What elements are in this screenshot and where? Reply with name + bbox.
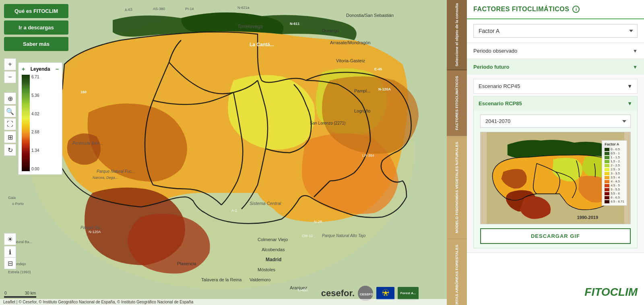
content-panel: FACTORES FITOCLIMÁTICOS i Factor A Facto… (467, 0, 644, 305)
svg-text:Gaia: Gaia (8, 196, 16, 200)
legend-item: 3.5 - 4 (605, 176, 624, 179)
svg-text:N-621a: N-621a (237, 6, 250, 10)
svg-text:Logroño: Logroño (354, 108, 370, 113)
sun-button[interactable]: ☀ (4, 233, 16, 245)
svg-text:Valdemoro: Valdemoro (250, 277, 270, 282)
learn-more-button[interactable]: Saber más (4, 37, 68, 51)
download-gif-button[interactable]: DESCARGAR GIF (480, 228, 631, 244)
legend-item: 1 - 1.5 (605, 156, 624, 159)
svg-text:Sistema Central: Sistema Central (250, 201, 281, 206)
legend-labels: 6.71 5.36 4.02 2.68 1.34 0.00 (31, 75, 39, 171)
svg-text:CESEFOR: CESEFOR (360, 293, 373, 296)
sidebar-tab-fisionomias[interactable]: MODELO FISIONOMÍAS VEGETALES NATURALES (447, 136, 467, 239)
svg-text:LR-384: LR-384 (362, 154, 374, 158)
zoom-in-button[interactable]: + (4, 58, 16, 70)
sidebar-tab-fisionomias-label: MODELO FISIONOMÍAS VEGETALES NATURALES (454, 142, 459, 233)
preview-legend: Factor A 0 - 0.5 0.5 - 1 (602, 140, 627, 206)
legend-item: 0.5 - 1 (605, 151, 624, 155)
svg-text:Madrid: Madrid (266, 257, 281, 262)
svg-text:San Lorenzo (2271): San Lorenzo (2271) (310, 121, 345, 125)
svg-text:N-2R: N-2R (314, 220, 323, 224)
svg-text:A-1: A-1 (231, 209, 237, 213)
right-panel: Seleccione el objeto de la consulta FACT… (447, 0, 644, 305)
svg-text:N-120A: N-120A (378, 87, 391, 91)
svg-text:N-400: N-400 (298, 288, 308, 292)
map-tools: ⊕ 🔍 ⛶ ⊞ ↻ (4, 92, 16, 156)
rcp45-section: Escenario RCP45 ▼ (473, 79, 638, 94)
periodo-futuro-label: Periodo futuro (473, 64, 510, 70)
rcp85-section: Escenario RCP85 ▼ 2041-2070 2011-2040 20… (473, 96, 638, 248)
svg-text:Arrasate/Mondragón: Arrasate/Mondragón (330, 40, 370, 45)
eu-flag-logo: ★ ★★★ ★ ★ (376, 287, 394, 300)
periodo-futuro-arrow: ▼ (633, 64, 638, 70)
preview-map: Factor A 0 - 0.5 0.5 - 1 (480, 132, 631, 224)
locate-button[interactable]: ⊕ (4, 92, 16, 104)
map-container[interactable]: Donostia/San Sebastián Durango Arrasate/… (0, 0, 447, 305)
fullscreen-button[interactable]: ⛶ (4, 118, 16, 130)
legend-gradient-bar (22, 75, 30, 171)
info-map-button[interactable]: ℹ (4, 246, 16, 258)
sidebar-tab-factores[interactable]: FACTORES FITOCLIMÁTICOS (447, 70, 467, 136)
legend-item: 4.5 - 5 (605, 184, 624, 187)
legend-item: 0 - 0.5 (605, 147, 624, 151)
fitoclim-brand: FITOCLIM (584, 286, 638, 298)
svg-text:Parque Natural Alto Tajo: Parque Natural Alto Tajo (322, 233, 366, 238)
go-to-downloads-button[interactable]: Ir a descargas (4, 20, 68, 35)
svg-text:Parque Na...: Parque Na... (80, 225, 103, 230)
fitoclim-footer: FITOCLIM (467, 279, 644, 305)
svg-text:N-120A: N-120A (89, 230, 101, 234)
refresh-button[interactable]: ↻ (4, 144, 16, 156)
svg-text:A-63: A-63 (124, 7, 132, 12)
legend-item: 5.5 - 6 (605, 192, 624, 195)
what-is-fitoclim-button[interactable]: Qué es FITOCLIM (4, 4, 68, 18)
map-attribution: Leaflet | © Cesefor, © Instituto Geográf… (0, 299, 447, 305)
svg-text:Colmenar Viejo: Colmenar Viejo (258, 237, 288, 242)
sidebar-tab-cubiertas[interactable]: MODELO CUBIERTAS ARBÓREAS FORESTALES (447, 239, 467, 305)
legend-item: 5 - 5.5 (605, 188, 624, 191)
svg-text:Península Ibéri...: Península Ibéri... (72, 141, 103, 145)
svg-text:Pampl...: Pampl... (354, 88, 370, 93)
svg-text:Parque Natural Fuc...: Parque Natural Fuc... (97, 169, 135, 174)
svg-text:E-45: E-45 (374, 67, 382, 71)
rcp85-arrow: ▼ (627, 100, 632, 106)
panel-info-button[interactable]: i (572, 6, 580, 13)
top-nav: Qué es FITOCLIM Ir a descargas Saber más (4, 4, 68, 51)
legend-collapse-icon[interactable]: − (56, 66, 59, 72)
svg-text:Donostia/San Sebastián: Donostia/San Sebastián (346, 13, 394, 18)
sidebar-tab-cubiertas-label: MODELO CUBIERTAS ARBÓREAS FORESTALES (454, 245, 459, 305)
periodo-observado-section: Periodo observado ▼ (467, 43, 644, 59)
scale-label: 30 km (25, 291, 36, 295)
svg-text:o Porto: o Porto (12, 202, 24, 206)
periodo-observado-header[interactable]: Periodo observado ▼ (467, 43, 644, 59)
rcp45-header[interactable]: Escenario RCP45 ▼ (474, 79, 637, 93)
search-button[interactable]: 🔍 (4, 105, 16, 117)
preview-legend-title: Factor A (605, 142, 624, 146)
map-legend: + Leyenda − 6.71 5.36 4.02 2.68 1.34 0.0… (18, 62, 62, 175)
periodo-futuro-header[interactable]: Periodo futuro ▼ (467, 59, 644, 75)
svg-text:Narcea, Dega...: Narcea, Dega... (93, 176, 118, 180)
layers-button[interactable]: ⊞ (4, 131, 16, 143)
stack-button[interactable]: ⊟ (4, 257, 16, 269)
forest-logo: Forest A... (398, 287, 419, 300)
svg-text:La Cantá...: La Cantá... (250, 42, 274, 47)
rcp85-content: 2041-2070 2011-2040 2071-2100 (474, 111, 637, 248)
svg-text:★★★: ★★★ (382, 291, 389, 294)
legend-item: 6 - 6.5 (605, 196, 624, 199)
rcp45-arrow: ▼ (627, 83, 632, 89)
factor-select[interactable]: Factor A Factor B Factor C Factor D Fact… (473, 24, 638, 38)
periodo-futuro-section: Periodo futuro ▼ Escenario RCP45 ▼ Escen… (467, 59, 644, 253)
legend-item: 2 - 2.5 (605, 164, 624, 167)
legend-item: 2.5 - 3 (605, 168, 624, 171)
cesefor-logo-text: cesefor. (321, 288, 355, 299)
svg-text:CM-10: CM-10 (302, 234, 313, 238)
panel-header: FACTORES FITOCLIMÁTICOS i (467, 0, 644, 19)
layer-stack-controls: ⊟ (4, 257, 16, 269)
zoom-out-button[interactable]: − (4, 71, 16, 83)
panel-title: FACTORES FITOCLIMÁTICOS (473, 6, 569, 13)
svg-text:160: 160 (80, 90, 87, 94)
sidebar-tab-factores-label: FACTORES FITOCLIMÁTICOS (454, 76, 459, 130)
bottom-controls: ☀ ℹ (4, 233, 16, 258)
rcp85-header[interactable]: Escenario RCP85 ▼ (474, 96, 637, 111)
legend-expand-icon[interactable]: + (22, 66, 25, 72)
period-select[interactable]: 2041-2070 2011-2040 2071-2100 (480, 115, 631, 128)
